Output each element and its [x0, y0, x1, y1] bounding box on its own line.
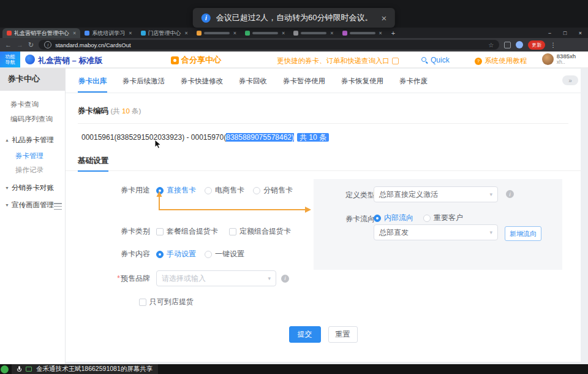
radio-direct-sale[interactable]: 直接售卡	[156, 185, 196, 196]
app-title: 礼盒营销 – 标准版	[38, 55, 102, 66]
tab-favicon	[141, 31, 146, 36]
option-label: 手动设置	[167, 249, 196, 259]
sidebar-group-distribution[interactable]: ▼ 分销券卡对账	[0, 180, 65, 195]
tab-close-icon[interactable]: ×	[233, 30, 236, 36]
flow-radio-vip[interactable]: 重要客户	[423, 213, 463, 223]
browser-tab[interactable]: ×	[192, 28, 241, 38]
browser-tab[interactable]: ×	[289, 28, 337, 38]
tab-title-placeholder	[350, 32, 375, 34]
tab-favicon	[7, 31, 12, 36]
minimize-button[interactable]: −	[542, 30, 557, 36]
flow-radio-internal[interactable]: 内部流向	[374, 213, 413, 223]
user-info[interactable]: 8385xh xh..	[542, 53, 576, 65]
omnibox[interactable]: i standard.maboy.cn/CardsOut ☆	[39, 40, 499, 50]
info-icon[interactable]: i	[506, 190, 514, 198]
sidebar-item-operation-log[interactable]: 操作记录	[0, 162, 65, 177]
tutorial-link[interactable]: ? 系统使用教程	[475, 56, 527, 66]
submit-button[interactable]: 提交	[289, 326, 321, 343]
radio-icon	[205, 251, 212, 258]
toast-close-button[interactable]: ×	[381, 13, 386, 23]
brand-label-text: 预售品牌	[121, 274, 150, 283]
site-info-icon[interactable]: i	[44, 41, 51, 48]
browser-tab[interactable]: ×	[338, 28, 386, 38]
sidebar-item-card-manage[interactable]: 券卡管理	[0, 148, 65, 163]
forward-button[interactable]: →	[17, 41, 23, 48]
back-button[interactable]: ←	[5, 41, 12, 48]
tab-close-icon[interactable]: ×	[282, 30, 285, 36]
bookmark-star-icon[interactable]: ☆	[488, 42, 494, 48]
nav-drawer-button[interactable]: 功能 导航	[0, 52, 20, 67]
browser-tab[interactable]: ×	[241, 28, 289, 38]
tab-card-resume[interactable]: 券卡恢复使用	[341, 77, 384, 93]
screen-share-icon[interactable]	[26, 367, 32, 372]
code-value: 00015961(8385291502033923) - 00015970(83…	[81, 132, 329, 143]
reset-button[interactable]: 重置	[328, 326, 358, 343]
quick-entry-link[interactable]: 更快捷的券卡、订单和快递查询入口	[277, 56, 399, 66]
radio-distribution-sale[interactable]: 分销售卡	[253, 185, 293, 196]
tab-close-icon[interactable]: ×	[129, 30, 132, 36]
info-icon[interactable]: i	[281, 275, 289, 283]
tab-card-quick-edit[interactable]: 券卡快捷修改	[180, 77, 224, 93]
sidebar-group-gift-card[interactable]: ▲ 礼品券卡管理	[0, 132, 65, 147]
panel-collapse-button[interactable]: »	[562, 75, 578, 85]
nav-drawer-label: 功能	[6, 54, 15, 59]
checkbox-store-pickup-only[interactable]: 只可到店提货	[139, 297, 194, 307]
tab-favicon	[85, 31, 89, 36]
tab-close-icon[interactable]: ×	[330, 30, 333, 36]
checkbox-package-combo-card[interactable]: 套餐组合提货卡	[156, 226, 218, 237]
browser-profile-icon[interactable]	[516, 41, 523, 48]
tab-card-void[interactable]: 券卡作废	[399, 77, 428, 93]
radio-icon	[423, 215, 431, 222]
direct-select[interactable]: 总部直发 ▾	[374, 224, 498, 240]
tab-card-recycle[interactable]: 券卡回收	[238, 77, 268, 93]
code-section-title: 券卡编码 (共 10 条)	[78, 106, 141, 116]
checkbox-icon	[156, 228, 164, 235]
tab-card-activate[interactable]: 券卡后续激活	[122, 77, 165, 93]
option-label: 一键设置	[215, 249, 244, 259]
add-flow-button[interactable]: 新增流向	[505, 226, 541, 241]
update-button[interactable]: 更新	[528, 40, 545, 50]
divider	[78, 123, 568, 124]
quick-label: Quick	[431, 56, 450, 64]
radio-ecommerce-sale[interactable]: 电商售卡	[205, 185, 244, 196]
radio-one-click-setup[interactable]: 一键设置	[205, 249, 244, 259]
menu-button[interactable]: ⋮	[550, 42, 556, 48]
type-select-value: 总部直接定义激活	[379, 189, 438, 200]
form-actions: 提交 重置	[66, 326, 581, 343]
desktop: i 会议已超过2人，自动转为60分钟限时会议。 × 礼盒营销平台管理中心 × 系…	[0, 0, 588, 374]
sidebar-group-label: 礼品券卡管理	[12, 135, 54, 145]
option-label: 电商售卡	[215, 185, 244, 196]
quick-link[interactable]: Quick	[421, 56, 450, 64]
checkbox-fixed-combo-card[interactable]: 定额组合提货卡	[229, 226, 291, 237]
extensions-icon[interactable]	[504, 42, 511, 48]
mic-icon[interactable]	[17, 366, 21, 373]
browser-tab[interactable]: 门店管理中心 ×	[137, 28, 192, 38]
code-count-number: 10	[122, 107, 130, 115]
sidebar-item-code-sequence-query[interactable]: 编码序列查询	[0, 112, 65, 126]
window-close-button[interactable]: ×	[573, 30, 588, 36]
collapse-icon: ▼	[5, 203, 9, 207]
radio-manual-setup[interactable]: 手动设置	[156, 249, 196, 259]
browser-tab[interactable]: 系统培训学习 ×	[80, 28, 136, 38]
new-tab-button[interactable]: +	[391, 29, 395, 37]
main-panel: 券卡出库 券卡后续激活 券卡快捷修改 券卡回收 券卡暂停使用 券卡恢复使用 券卡…	[66, 69, 581, 362]
sidebar-item-card-query[interactable]: 券卡查询	[0, 97, 65, 112]
sidebar-collapse-toggle[interactable]	[54, 203, 62, 210]
tab-card-pause[interactable]: 券卡暂停使用	[282, 77, 326, 93]
tab-close-icon[interactable]: ×	[73, 30, 76, 36]
tab-close-icon[interactable]: ×	[185, 30, 188, 36]
tab-card-outbound[interactable]: 券卡出库	[78, 77, 107, 93]
tab-title-placeholder	[204, 32, 230, 34]
maximize-button[interactable]: □	[557, 30, 573, 36]
user-avatar[interactable]	[542, 53, 554, 65]
sidebar-title: 券卡中心	[0, 67, 65, 91]
type-select[interactable]: 总部直接定义激活 ▾	[374, 186, 498, 202]
brand-select[interactable]: 请选择或输入 ▾	[156, 270, 276, 286]
quick-entry-label: 更快捷的券卡、订单和快递查询入口	[277, 56, 390, 66]
browser-tab-active[interactable]: 礼盒营销平台管理中心 ×	[2, 28, 80, 38]
share-center-link[interactable]: 合分享中心	[171, 55, 221, 66]
reload-button[interactable]: ↻	[28, 41, 34, 49]
tab-close-icon[interactable]: ×	[379, 30, 382, 36]
radio-icon	[156, 187, 164, 194]
info-icon: i	[202, 13, 211, 23]
